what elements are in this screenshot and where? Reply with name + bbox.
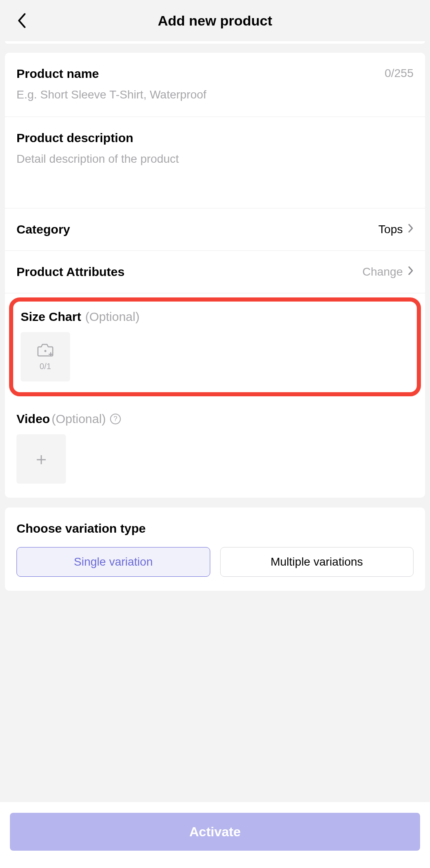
category-row[interactable]: Category Tops bbox=[5, 208, 425, 251]
size-chart-upload[interactable]: 0/1 bbox=[21, 332, 70, 381]
variation-label: Choose variation type bbox=[16, 522, 414, 536]
chevron-right-icon bbox=[408, 265, 414, 278]
single-variation-button[interactable]: Single variation bbox=[16, 547, 210, 577]
size-chart-label: Size Chart bbox=[21, 310, 81, 324]
video-upload[interactable]: ＋ bbox=[16, 434, 66, 484]
variation-options: Single variation Multiple variations bbox=[16, 547, 414, 577]
back-button[interactable] bbox=[13, 12, 30, 29]
plus-icon: ＋ bbox=[33, 450, 50, 468]
product-info-card: Product name 0/255 E.g. Short Sleeve T-S… bbox=[5, 53, 425, 498]
help-icon[interactable]: ? bbox=[110, 414, 121, 424]
product-name-counter: 0/255 bbox=[385, 67, 414, 80]
category-label: Category bbox=[16, 222, 70, 236]
video-label: Video bbox=[16, 412, 50, 426]
footer-bar: Activate bbox=[0, 802, 430, 868]
video-section: Video (Optional) ? ＋ bbox=[5, 400, 425, 498]
video-optional: (Optional) bbox=[52, 412, 106, 426]
app-header: Add new product bbox=[0, 0, 430, 41]
variation-card: Choose variation type Single variation M… bbox=[5, 508, 425, 591]
product-description-section[interactable]: Product description Detail description o… bbox=[5, 117, 425, 208]
product-attributes-row[interactable]: Product Attributes Change bbox=[5, 251, 425, 293]
chevron-right-icon bbox=[408, 223, 414, 236]
video-title: Video (Optional) ? bbox=[16, 412, 414, 426]
category-value-group: Tops bbox=[378, 223, 414, 236]
size-chart-title: Size Chart (Optional) bbox=[21, 310, 409, 324]
product-name-input[interactable]: E.g. Short Sleeve T-Shirt, Waterproof bbox=[16, 87, 414, 103]
product-name-label: Product name bbox=[16, 67, 99, 81]
camera-plus-icon bbox=[36, 343, 54, 358]
product-name-section[interactable]: Product name 0/255 E.g. Short Sleeve T-S… bbox=[5, 53, 425, 117]
category-value: Tops bbox=[378, 223, 403, 236]
size-chart-optional: (Optional) bbox=[85, 310, 140, 324]
activate-button[interactable]: Activate bbox=[10, 813, 420, 851]
product-description-input[interactable]: Detail description of the product bbox=[16, 151, 414, 167]
product-attributes-action-group: Change bbox=[362, 265, 414, 278]
product-attributes-label: Product Attributes bbox=[16, 265, 125, 279]
size-chart-count: 0/1 bbox=[40, 362, 51, 371]
svg-point-0 bbox=[45, 350, 47, 352]
page-title: Add new product bbox=[0, 13, 430, 29]
multiple-variations-button[interactable]: Multiple variations bbox=[220, 547, 414, 577]
prev-card-edge bbox=[5, 41, 425, 44]
product-description-label: Product description bbox=[16, 131, 133, 145]
size-chart-highlight: Size Chart (Optional) 0/1 bbox=[9, 297, 421, 396]
back-icon bbox=[16, 12, 26, 29]
product-attributes-action: Change bbox=[362, 265, 403, 278]
